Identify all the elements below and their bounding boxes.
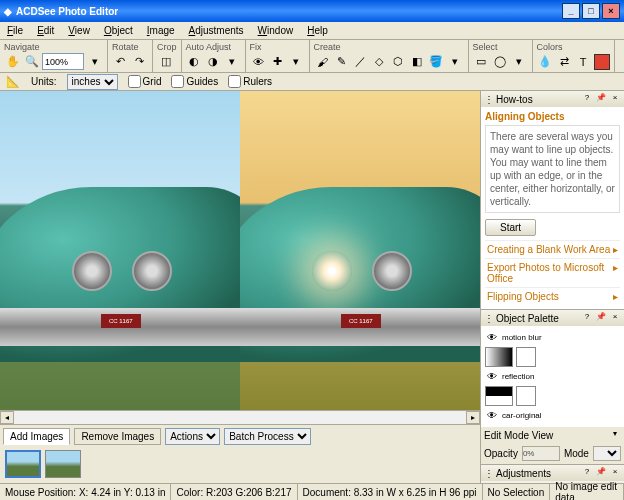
panel-grip-icon[interactable]: ⋮ xyxy=(484,94,494,105)
thumbnail-2[interactable] xyxy=(45,450,81,478)
panel-close-icon[interactable]: × xyxy=(609,312,621,324)
swap-colors-icon[interactable]: ⇄ xyxy=(556,53,573,70)
menu-edit[interactable]: Edit xyxy=(34,23,57,38)
rotate-left-icon[interactable]: ↶ xyxy=(112,53,129,70)
actions-select[interactable]: Actions xyxy=(165,428,220,445)
menu-window[interactable]: Window xyxy=(255,23,297,38)
auto-levels-icon[interactable]: ◐ xyxy=(186,53,203,70)
panel-pin-icon[interactable]: 📌 xyxy=(595,467,607,479)
panel-grip-icon[interactable]: ⋮ xyxy=(484,468,494,479)
maximize-button[interactable]: □ xyxy=(582,3,600,19)
visibility-icon[interactable]: 👁 xyxy=(485,410,499,421)
layer-mask[interactable] xyxy=(516,347,536,367)
fix-dropdown-icon[interactable]: ▾ xyxy=(288,53,305,70)
howtos-panel: ⋮ How-tos ? 📌 × Aligning Objects There a… xyxy=(481,91,624,310)
shape-icon[interactable]: ◇ xyxy=(371,53,388,70)
heal-icon[interactable]: ✚ xyxy=(269,53,286,70)
layer-mask[interactable] xyxy=(516,386,536,406)
side-panel: ⋮ How-tos ? 📌 × Aligning Objects There a… xyxy=(480,91,624,483)
panel-pin-icon[interactable]: 📌 xyxy=(595,93,607,105)
visibility-icon[interactable]: 👁 xyxy=(485,332,499,343)
menu-image[interactable]: Image xyxy=(144,23,178,38)
lasso-icon[interactable]: ◯ xyxy=(492,53,509,70)
layer-row[interactable]: 👁 reflection xyxy=(485,369,620,384)
howto-link-1[interactable]: Creating a Blank Work Area▸ xyxy=(485,240,620,258)
minimize-button[interactable]: _ xyxy=(562,3,580,19)
text-tool-icon[interactable]: T xyxy=(575,53,592,70)
batch-select[interactable]: Batch Process xyxy=(224,428,311,445)
menu-view[interactable]: View xyxy=(65,23,93,38)
chevron-right-icon: ▸ xyxy=(613,262,618,284)
layer-row[interactable]: 👁 car-original xyxy=(485,408,620,423)
image-canvas[interactable]: CC 1167 CC 1167 xyxy=(0,91,480,410)
gradient-icon[interactable]: ◧ xyxy=(409,53,426,70)
zoom-input[interactable] xyxy=(42,53,84,70)
blend-mode-select[interactable] xyxy=(593,446,621,461)
create-dropdown-icon[interactable]: ▾ xyxy=(447,53,464,70)
panel-help-icon[interactable]: ? xyxy=(581,467,593,479)
visibility-icon[interactable]: 👁 xyxy=(485,371,499,382)
redeye-icon[interactable]: 👁 xyxy=(250,53,267,70)
howto-link-2[interactable]: Export Photos to Microsoft Office▸ xyxy=(485,258,620,287)
chevron-right-icon: ▸ xyxy=(613,244,618,255)
thumbnail-1[interactable] xyxy=(5,450,41,478)
collapse-icon[interactable]: ▾ xyxy=(609,429,621,441)
scroll-left-icon[interactable]: ◂ xyxy=(0,411,14,424)
auto-color-icon[interactable]: ◑ xyxy=(205,53,222,70)
panel-close-icon[interactable]: × xyxy=(609,93,621,105)
horizontal-scrollbar[interactable]: ◂ ▸ xyxy=(0,410,480,424)
close-button[interactable]: × xyxy=(602,3,620,19)
opacity-input[interactable] xyxy=(522,446,560,461)
tb-create: Create 🖌 ✎ ／ ◇ ⬡ ◧ 🪣 ▾ xyxy=(310,40,469,72)
menu-help[interactable]: Help xyxy=(304,23,331,38)
color-swatch[interactable] xyxy=(594,54,610,70)
remove-images-button[interactable]: Remove Images xyxy=(74,428,161,445)
tb-crop: Crop ◫ xyxy=(153,40,182,72)
status-bar: Mouse Position: X: 4.24 in Y: 0.13 in Co… xyxy=(0,483,624,500)
crop-tool-icon[interactable]: ◫ xyxy=(157,53,174,70)
guides-checkbox[interactable]: Guides xyxy=(171,75,218,88)
panel-help-icon[interactable]: ? xyxy=(581,93,593,105)
line-icon[interactable]: ／ xyxy=(352,53,369,70)
stamp-icon[interactable]: ⬡ xyxy=(390,53,407,70)
panel-grip-icon[interactable]: ⋮ xyxy=(484,313,494,324)
pencil-icon[interactable]: ✎ xyxy=(333,53,350,70)
units-label: Units: xyxy=(31,76,57,87)
chevron-right-icon: ▸ xyxy=(613,291,618,302)
license-plate: CC 1167 xyxy=(101,314,141,328)
object-palette-panel: ⋮ Object Palette ? 📌 × 👁 motion blur 👁 r… xyxy=(481,310,624,465)
license-plate: CC 1167 xyxy=(341,314,381,328)
tb-select: Select ▭ ◯ ▾ xyxy=(469,40,533,72)
eyedropper-icon[interactable]: 💧 xyxy=(537,53,554,70)
layer-row[interactable]: 👁 motion blur xyxy=(485,330,620,345)
panel-close-icon[interactable]: × xyxy=(609,467,621,479)
title-bar: ◆ ACDSee Photo Editor _ □ × xyxy=(0,0,624,22)
start-button[interactable]: Start xyxy=(485,219,536,236)
fill-icon[interactable]: 🪣 xyxy=(428,53,445,70)
grid-checkbox[interactable]: Grid xyxy=(128,75,162,88)
options-bar: 📐 Units: inches Grid Guides Rulers xyxy=(0,73,624,91)
units-select[interactable]: inches xyxy=(67,74,118,90)
marquee-icon[interactable]: ▭ xyxy=(473,53,490,70)
zoom-dropdown-icon[interactable]: ▾ xyxy=(86,53,103,70)
howto-link-3[interactable]: Flipping Objects▸ xyxy=(485,287,620,305)
add-images-button[interactable]: Add Images xyxy=(3,428,70,445)
scroll-right-icon[interactable]: ▸ xyxy=(466,411,480,424)
layer-thumb[interactable] xyxy=(485,386,513,406)
zoom-tool-icon[interactable]: 🔍 xyxy=(23,53,40,70)
layer-thumb[interactable] xyxy=(485,347,513,367)
hand-tool-icon[interactable]: ✋ xyxy=(4,53,21,70)
ruler-toggle-icon[interactable]: 📐 xyxy=(4,73,21,90)
brush-icon[interactable]: 🖌 xyxy=(314,53,331,70)
panel-pin-icon[interactable]: 📌 xyxy=(595,312,607,324)
menu-object[interactable]: Object xyxy=(101,23,136,38)
rotate-right-icon[interactable]: ↷ xyxy=(131,53,148,70)
auto-dropdown-icon[interactable]: ▾ xyxy=(224,53,241,70)
panel-help-icon[interactable]: ? xyxy=(581,312,593,324)
rulers-checkbox[interactable]: Rulers xyxy=(228,75,272,88)
menu-adjustments[interactable]: Adjustments xyxy=(186,23,247,38)
menu-file[interactable]: File xyxy=(4,23,26,38)
tb-colors: Colors 💧 ⇄ T xyxy=(533,40,615,72)
tb-navigate: Navigate ✋ 🔍 ▾ xyxy=(0,40,108,72)
select-dropdown-icon[interactable]: ▾ xyxy=(511,53,528,70)
